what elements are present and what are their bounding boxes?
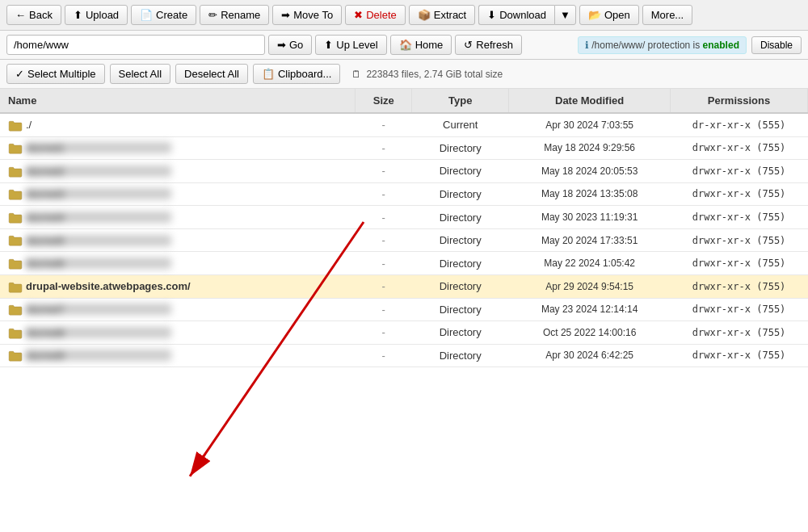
folder-icon bbox=[8, 257, 26, 270]
col-perms[interactable]: Permissions bbox=[671, 89, 808, 113]
checkmark-icon: ✓ bbox=[15, 68, 24, 80]
select-multiple-button[interactable]: ✓ Select Multiple bbox=[6, 64, 105, 84]
open-button[interactable]: 📂 Open bbox=[579, 5, 639, 25]
delete-icon: ✖ bbox=[354, 9, 363, 21]
table-row[interactable]: blurred1-DirectoryMay 18 2024 9:29:56drw… bbox=[0, 136, 808, 160]
select-all-button[interactable]: Select All bbox=[110, 64, 170, 84]
back-button[interactable]: ← Back bbox=[6, 5, 61, 25]
table-row[interactable]: ./-CurrentApr 30 2024 7:03:55dr-xr-xr-x … bbox=[0, 113, 808, 136]
file-name: blurred2 bbox=[26, 165, 171, 177]
folder-icon bbox=[8, 119, 26, 132]
clipboard-icon: 📋 bbox=[262, 68, 275, 80]
protection-info: ℹ /home/www/ protection is enabled Disab… bbox=[578, 36, 802, 54]
create-button[interactable]: 📄 Create bbox=[131, 5, 196, 25]
extract-icon: 📦 bbox=[418, 9, 431, 21]
folder-icon bbox=[8, 188, 26, 201]
enabled-text: enabled bbox=[703, 40, 739, 51]
folder-icon bbox=[8, 280, 26, 293]
col-type[interactable]: Type bbox=[412, 89, 509, 113]
folder-icon bbox=[8, 211, 26, 224]
folder-icon bbox=[8, 304, 26, 316]
table-row[interactable]: blurred8-DirectoryOct 25 2022 14:00:16dr… bbox=[0, 321, 808, 345]
more-button[interactable]: More... bbox=[642, 5, 692, 25]
open-icon: 📂 bbox=[588, 9, 601, 21]
col-date[interactable]: Date Modified bbox=[509, 89, 671, 113]
file-name: blurred6 bbox=[26, 258, 171, 269]
home-button[interactable]: 🏠 Home bbox=[390, 35, 452, 55]
chevron-down-icon: ▼ bbox=[560, 9, 570, 21]
moveto-icon: ➡ bbox=[281, 9, 290, 21]
back-icon: ← bbox=[15, 9, 26, 21]
refresh-icon: ↺ bbox=[464, 39, 473, 51]
rename-button[interactable]: ✏ Rename bbox=[200, 5, 269, 25]
table-header-row: Name Size Type Date Modified Permissions bbox=[0, 89, 808, 113]
file-table-container[interactable]: Name Size Type Date Modified Permissions… bbox=[0, 89, 808, 524]
download-button[interactable]: ⬇ Download bbox=[478, 5, 554, 25]
table-row[interactable]: blurred3-DirectoryMay 18 2024 13:35:08dr… bbox=[0, 182, 808, 206]
folder-icon bbox=[8, 350, 26, 362]
toolbar: ← Back ⬆ Upload 📄 Create ✏ Rename ➡ Move… bbox=[0, 0, 808, 31]
disable-button[interactable]: Disable bbox=[751, 36, 802, 54]
deselect-all-button[interactable]: Deselect All bbox=[175, 64, 248, 84]
go-button[interactable]: ➡ Go bbox=[268, 35, 312, 55]
go-icon: ➡ bbox=[277, 39, 286, 51]
home-icon: 🏠 bbox=[399, 39, 412, 51]
table-row[interactable]: blurred6-DirectoryMay 22 2024 1:05:42drw… bbox=[0, 252, 808, 275]
address-input[interactable] bbox=[6, 35, 265, 55]
table-row[interactable]: blurred4-DirectoryMay 30 2023 11:19:31dr… bbox=[0, 206, 808, 229]
download-group: ⬇ Download ▼ bbox=[478, 5, 576, 25]
col-size[interactable]: Size bbox=[356, 89, 412, 113]
file-name: blurred4 bbox=[26, 212, 171, 223]
addressbar: ➡ Go ⬆ Up Level 🏠 Home ↺ Refresh ℹ /home… bbox=[0, 31, 808, 60]
table-row[interactable]: blurred9-DirectoryApr 30 2024 6:42:25drw… bbox=[0, 344, 808, 367]
file-name: blurred8 bbox=[26, 327, 171, 338]
file-name: ./ bbox=[26, 119, 32, 131]
col-name[interactable]: Name bbox=[0, 89, 356, 113]
table-wrapper: Name Size Type Date Modified Permissions… bbox=[0, 89, 808, 524]
moveto-button[interactable]: ➡ Move To bbox=[272, 5, 342, 25]
table-row[interactable]: drupal-website.atwebpages.com/-Directory… bbox=[0, 274, 808, 298]
refresh-button[interactable]: ↺ Refresh bbox=[455, 35, 522, 55]
table-row[interactable]: blurred2-DirectoryMay 18 2024 20:05:53dr… bbox=[0, 160, 808, 183]
folder-icon bbox=[8, 326, 26, 339]
upload-button[interactable]: ⬆ Upload bbox=[65, 5, 128, 25]
info-icon: ℹ bbox=[585, 40, 589, 51]
file-name: blurred3 bbox=[26, 188, 171, 199]
folder-icon bbox=[8, 165, 26, 178]
table-row[interactable]: blurred7-DirectoryMay 23 2024 12:14:14dr… bbox=[0, 298, 808, 321]
file-name: drupal-website.atwebpages.com/ bbox=[26, 280, 191, 292]
table-row[interactable]: blurred5-DirectoryMay 20 2024 17:33:51dr… bbox=[0, 228, 808, 252]
extract-button[interactable]: 📦 Extract bbox=[409, 5, 475, 25]
folder-icon bbox=[8, 142, 26, 155]
file-name: blurred9 bbox=[26, 350, 171, 361]
clipboard-button[interactable]: 📋 Clipboard... bbox=[253, 64, 340, 84]
uplevel-button[interactable]: ⬆ Up Level bbox=[315, 35, 386, 55]
actionbar: ✓ Select Multiple Select All Deselect Al… bbox=[0, 60, 808, 89]
uplevel-icon: ⬆ bbox=[324, 39, 333, 51]
file-name: blurred7 bbox=[26, 304, 171, 315]
file-table: Name Size Type Date Modified Permissions… bbox=[0, 89, 808, 367]
download-icon: ⬇ bbox=[487, 9, 496, 21]
file-name: blurred1 bbox=[26, 142, 171, 153]
protection-status: ℹ /home/www/ protection is enabled bbox=[578, 36, 747, 54]
file-name: blurred5 bbox=[26, 235, 171, 246]
delete-button[interactable]: ✖ Delete bbox=[345, 5, 406, 25]
folder-icon bbox=[8, 234, 26, 247]
download-dropdown-button[interactable]: ▼ bbox=[554, 5, 576, 25]
rename-icon: ✏ bbox=[208, 9, 217, 21]
create-icon: 📄 bbox=[140, 9, 153, 21]
file-info: 🗒 223843 files, 2.74 GiB total size bbox=[351, 69, 503, 80]
file-icon: 🗒 bbox=[351, 69, 361, 80]
upload-icon: ⬆ bbox=[74, 9, 82, 21]
